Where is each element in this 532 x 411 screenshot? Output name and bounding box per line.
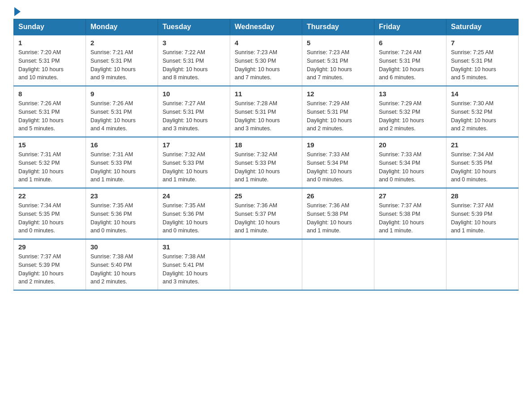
week-row-5: 29Sunrise: 7:37 AMSunset: 5:39 PMDayligh…: [14, 239, 519, 290]
day-cell: [230, 239, 302, 290]
day-number: 8: [18, 90, 81, 98]
day-info: Sunrise: 7:38 AMSunset: 5:41 PMDaylight:…: [163, 253, 225, 286]
day-cell: 6Sunrise: 7:24 AMSunset: 5:31 PMDaylight…: [374, 35, 446, 86]
day-info: Sunrise: 7:23 AMSunset: 5:31 PMDaylight:…: [307, 48, 369, 82]
day-number: 9: [90, 90, 153, 98]
day-cell: 15Sunrise: 7:31 AMSunset: 5:32 PMDayligh…: [14, 137, 86, 188]
day-cell: 12Sunrise: 7:29 AMSunset: 5:31 PMDayligh…: [302, 86, 374, 137]
day-cell: 27Sunrise: 7:37 AMSunset: 5:38 PMDayligh…: [374, 188, 446, 239]
day-cell: 5Sunrise: 7:23 AMSunset: 5:31 PMDaylight…: [302, 35, 374, 86]
logo-arrow-icon: [14, 7, 21, 16]
calendar-body: 1Sunrise: 7:20 AMSunset: 5:31 PMDaylight…: [14, 35, 519, 290]
day-cell: 18Sunrise: 7:32 AMSunset: 5:33 PMDayligh…: [230, 137, 302, 188]
day-number: 23: [90, 192, 153, 200]
day-cell: 20Sunrise: 7:33 AMSunset: 5:34 PMDayligh…: [374, 137, 446, 188]
day-number: 13: [379, 90, 442, 98]
day-number: 27: [379, 192, 442, 200]
header-cell-friday: Friday: [374, 19, 446, 35]
day-number: 20: [379, 141, 442, 149]
header-cell-wednesday: Wednesday: [230, 19, 302, 35]
day-number: 24: [163, 192, 225, 200]
logo: [13, 9, 21, 14]
calendar-table: SundayMondayTuesdayWednesdayThursdayFrid…: [13, 19, 519, 291]
day-cell: 7Sunrise: 7:25 AMSunset: 5:31 PMDaylight…: [446, 35, 519, 86]
day-cell: 19Sunrise: 7:33 AMSunset: 5:34 PMDayligh…: [302, 137, 374, 188]
day-cell: 24Sunrise: 7:35 AMSunset: 5:36 PMDayligh…: [158, 188, 230, 239]
day-number: 28: [451, 192, 514, 200]
day-number: 1: [18, 39, 81, 47]
week-row-4: 22Sunrise: 7:34 AMSunset: 5:35 PMDayligh…: [14, 188, 519, 239]
day-cell: 30Sunrise: 7:38 AMSunset: 5:40 PMDayligh…: [86, 239, 158, 290]
day-cell: 2Sunrise: 7:21 AMSunset: 5:31 PMDaylight…: [86, 35, 158, 86]
day-info: Sunrise: 7:37 AMSunset: 5:39 PMDaylight:…: [18, 253, 81, 286]
day-number: 30: [90, 243, 153, 251]
day-number: 5: [307, 39, 369, 47]
day-info: Sunrise: 7:29 AMSunset: 5:32 PMDaylight:…: [379, 99, 442, 133]
day-number: 17: [163, 141, 225, 149]
day-cell: 23Sunrise: 7:35 AMSunset: 5:36 PMDayligh…: [86, 188, 158, 239]
header-row: SundayMondayTuesdayWednesdayThursdayFrid…: [14, 19, 519, 35]
day-cell: 14Sunrise: 7:30 AMSunset: 5:32 PMDayligh…: [446, 86, 519, 137]
day-info: Sunrise: 7:23 AMSunset: 5:30 PMDaylight:…: [235, 48, 297, 82]
day-info: Sunrise: 7:32 AMSunset: 5:33 PMDaylight:…: [163, 150, 225, 184]
day-number: 25: [235, 192, 297, 200]
header-cell-tuesday: Tuesday: [158, 19, 230, 35]
day-info: Sunrise: 7:22 AMSunset: 5:31 PMDaylight:…: [163, 48, 225, 82]
day-cell: 28Sunrise: 7:37 AMSunset: 5:39 PMDayligh…: [446, 188, 519, 239]
day-cell: 9Sunrise: 7:26 AMSunset: 5:31 PMDaylight…: [86, 86, 158, 137]
day-info: Sunrise: 7:35 AMSunset: 5:36 PMDaylight:…: [163, 201, 225, 235]
day-cell: [374, 239, 446, 290]
day-info: Sunrise: 7:31 AMSunset: 5:32 PMDaylight:…: [18, 150, 81, 184]
day-info: Sunrise: 7:37 AMSunset: 5:38 PMDaylight:…: [379, 201, 442, 235]
day-number: 31: [163, 243, 225, 251]
week-row-2: 8Sunrise: 7:26 AMSunset: 5:31 PMDaylight…: [14, 86, 519, 137]
day-info: Sunrise: 7:28 AMSunset: 5:31 PMDaylight:…: [235, 99, 297, 133]
day-cell: [302, 239, 374, 290]
day-info: Sunrise: 7:26 AMSunset: 5:31 PMDaylight:…: [90, 99, 153, 133]
header-cell-saturday: Saturday: [446, 19, 519, 35]
day-cell: 3Sunrise: 7:22 AMSunset: 5:31 PMDaylight…: [158, 35, 230, 86]
day-info: Sunrise: 7:26 AMSunset: 5:31 PMDaylight:…: [18, 99, 81, 133]
day-info: Sunrise: 7:36 AMSunset: 5:37 PMDaylight:…: [235, 201, 297, 235]
day-info: Sunrise: 7:30 AMSunset: 5:32 PMDaylight:…: [451, 99, 514, 133]
day-cell: 25Sunrise: 7:36 AMSunset: 5:37 PMDayligh…: [230, 188, 302, 239]
day-cell: 29Sunrise: 7:37 AMSunset: 5:39 PMDayligh…: [14, 239, 86, 290]
day-number: 2: [90, 39, 153, 47]
day-info: Sunrise: 7:38 AMSunset: 5:40 PMDaylight:…: [90, 253, 153, 286]
week-row-3: 15Sunrise: 7:31 AMSunset: 5:32 PMDayligh…: [14, 137, 519, 188]
page-header: [13, 9, 519, 14]
day-cell: 13Sunrise: 7:29 AMSunset: 5:32 PMDayligh…: [374, 86, 446, 137]
day-cell: 16Sunrise: 7:31 AMSunset: 5:33 PMDayligh…: [86, 137, 158, 188]
day-cell: 10Sunrise: 7:27 AMSunset: 5:31 PMDayligh…: [158, 86, 230, 137]
day-cell: [446, 239, 519, 290]
week-row-1: 1Sunrise: 7:20 AMSunset: 5:31 PMDaylight…: [14, 35, 519, 86]
day-number: 21: [451, 141, 514, 149]
day-info: Sunrise: 7:33 AMSunset: 5:34 PMDaylight:…: [307, 150, 369, 184]
day-cell: 26Sunrise: 7:36 AMSunset: 5:38 PMDayligh…: [302, 188, 374, 239]
day-cell: 21Sunrise: 7:34 AMSunset: 5:35 PMDayligh…: [446, 137, 519, 188]
day-cell: 4Sunrise: 7:23 AMSunset: 5:30 PMDaylight…: [230, 35, 302, 86]
day-info: Sunrise: 7:33 AMSunset: 5:34 PMDaylight:…: [379, 150, 442, 184]
day-info: Sunrise: 7:35 AMSunset: 5:36 PMDaylight:…: [90, 201, 153, 235]
day-number: 7: [451, 39, 514, 47]
header-cell-sunday: Sunday: [14, 19, 86, 35]
day-cell: 1Sunrise: 7:20 AMSunset: 5:31 PMDaylight…: [14, 35, 86, 86]
day-info: Sunrise: 7:20 AMSunset: 5:31 PMDaylight:…: [18, 48, 81, 82]
header-cell-thursday: Thursday: [302, 19, 374, 35]
day-number: 19: [307, 141, 369, 149]
day-number: 11: [235, 90, 297, 98]
day-cell: 31Sunrise: 7:38 AMSunset: 5:41 PMDayligh…: [158, 239, 230, 290]
day-info: Sunrise: 7:21 AMSunset: 5:31 PMDaylight:…: [90, 48, 153, 82]
day-number: 10: [163, 90, 225, 98]
calendar-header: SundayMondayTuesdayWednesdayThursdayFrid…: [14, 19, 519, 35]
day-cell: 22Sunrise: 7:34 AMSunset: 5:35 PMDayligh…: [14, 188, 86, 239]
day-info: Sunrise: 7:25 AMSunset: 5:31 PMDaylight:…: [451, 48, 514, 82]
day-number: 12: [307, 90, 369, 98]
day-number: 14: [451, 90, 514, 98]
day-cell: 11Sunrise: 7:28 AMSunset: 5:31 PMDayligh…: [230, 86, 302, 137]
day-info: Sunrise: 7:34 AMSunset: 5:35 PMDaylight:…: [18, 201, 81, 235]
day-cell: 17Sunrise: 7:32 AMSunset: 5:33 PMDayligh…: [158, 137, 230, 188]
day-info: Sunrise: 7:29 AMSunset: 5:31 PMDaylight:…: [307, 99, 369, 133]
day-info: Sunrise: 7:27 AMSunset: 5:31 PMDaylight:…: [163, 99, 225, 133]
day-number: 22: [18, 192, 81, 200]
